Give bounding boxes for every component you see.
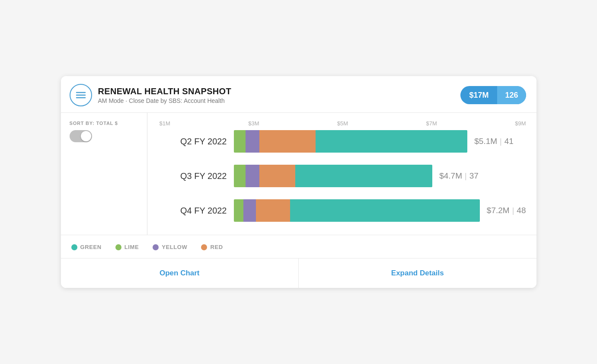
- page-subtitle: AM Mode · Close Date by SBS: Account Hea…: [98, 97, 231, 104]
- legend-label-lime: LIME: [125, 244, 139, 250]
- seg-red-q4: [256, 199, 291, 222]
- seg-red-q2: [259, 130, 316, 153]
- sort-toggle[interactable]: [70, 130, 92, 142]
- seg-green-q2: [316, 130, 468, 153]
- bar-segments-q3: [234, 165, 433, 187]
- axis-label-5m: $5M: [337, 120, 348, 127]
- seg-green-q4: [290, 199, 479, 222]
- legend-label-green: GREEN: [80, 244, 102, 250]
- table-row: Q3 FY 2022 $4.7M | 37: [158, 165, 526, 187]
- legend-item-red: RED: [201, 244, 223, 250]
- axis-row: $1M $3M $5M $7M $9M: [158, 113, 526, 130]
- bar-track-q3: $4.7M | 37: [234, 165, 526, 187]
- bar-label-q2: Q2 FY 2022: [158, 137, 227, 147]
- legend-label-yellow: YELLOW: [162, 244, 187, 250]
- bar-track-q4: $7.2M | 48: [234, 199, 526, 222]
- bar-label-q3: Q3 FY 2022: [158, 171, 227, 181]
- card: RENEWAL HEALTH SNAPSHOT AM Mode · Close …: [61, 76, 536, 288]
- badge-value: $17M: [460, 91, 497, 100]
- legend-dot-yellow: [153, 244, 159, 250]
- bar-divider-q4: |: [512, 206, 514, 215]
- right-panel: $1M $3M $5M $7M $9M Q2 FY 2022: [147, 113, 536, 235]
- seg-green-q3: [295, 165, 432, 187]
- bar-meta-q4: $7.2M | 48: [487, 206, 526, 215]
- bar-count-q2: 41: [504, 137, 514, 146]
- seg-lime-q3: [234, 165, 246, 187]
- header-title-block: RENEWAL HEALTH SNAPSHOT AM Mode · Close …: [98, 86, 231, 104]
- bar-amount-q2: $5.1M: [474, 137, 497, 146]
- toggle-knob: [81, 131, 91, 141]
- legend-dot-red: [201, 244, 207, 250]
- bar-track-q2: $5.1M | 41: [234, 130, 526, 153]
- legend-section: GREEN LIME YELLOW RED: [61, 235, 536, 259]
- bar-count-q4: 48: [517, 206, 526, 215]
- menu-icon[interactable]: [70, 84, 92, 106]
- table-row: Q4 FY 2022 $7.2M | 48: [158, 199, 526, 222]
- chart-section: SORT BY: TOTAL $ $1M $3M $5M $7M $9M: [61, 113, 536, 235]
- seg-yellow-q2: [246, 130, 259, 153]
- seg-yellow-q3: [246, 165, 259, 187]
- legend-item-green: GREEN: [71, 244, 102, 250]
- bar-segments-q4: [234, 199, 480, 222]
- header-left: RENEWAL HEALTH SNAPSHOT AM Mode · Close …: [70, 84, 231, 106]
- chart-area: Q2 FY 2022 $5.1M | 41: [158, 130, 526, 222]
- footer: Open Chart Expand Details: [61, 259, 536, 288]
- seg-lime-q2: [234, 130, 246, 153]
- legend-dot-lime: [115, 244, 121, 250]
- seg-yellow-q4: [243, 199, 255, 222]
- bar-label-q4: Q4 FY 2022: [158, 206, 227, 216]
- toggle-container: [70, 130, 140, 142]
- legend-item-yellow: YELLOW: [153, 244, 187, 250]
- header: RENEWAL HEALTH SNAPSHOT AM Mode · Close …: [61, 76, 536, 113]
- page-title: RENEWAL HEALTH SNAPSHOT: [98, 86, 231, 96]
- expand-details-button[interactable]: Expand Details: [299, 259, 536, 288]
- summary-badge: $17M 126: [460, 86, 526, 104]
- bar-segments-q2: [234, 130, 468, 153]
- bar-divider-q2: |: [500, 137, 502, 146]
- axis-labels: $1M $3M $5M $7M $9M: [158, 120, 526, 127]
- open-chart-button[interactable]: Open Chart: [61, 259, 299, 288]
- seg-lime-q4: [234, 199, 244, 222]
- left-panel: SORT BY: TOTAL $: [61, 113, 147, 235]
- axis-label-1m: $1M: [160, 120, 170, 127]
- axis-label-3m: $3M: [248, 120, 259, 127]
- seg-red-q3: [259, 165, 295, 187]
- bar-meta-q2: $5.1M | 41: [474, 137, 514, 146]
- axis-label-7m: $7M: [426, 120, 437, 127]
- sort-label: SORT BY: TOTAL $: [70, 121, 140, 126]
- axis-label-9m: $9M: [515, 120, 526, 127]
- badge-count: 126: [497, 86, 526, 104]
- legend-dot-green: [71, 244, 77, 250]
- bar-amount-q4: $7.2M: [487, 206, 510, 215]
- bar-divider-q3: |: [465, 172, 467, 181]
- table-row: Q2 FY 2022 $5.1M | 41: [158, 130, 526, 153]
- bar-count-q3: 37: [469, 171, 479, 181]
- bar-amount-q3: $4.7M: [439, 171, 462, 181]
- legend-item-lime: LIME: [115, 244, 139, 250]
- legend-label-red: RED: [210, 244, 223, 250]
- bar-meta-q3: $4.7M | 37: [439, 171, 479, 181]
